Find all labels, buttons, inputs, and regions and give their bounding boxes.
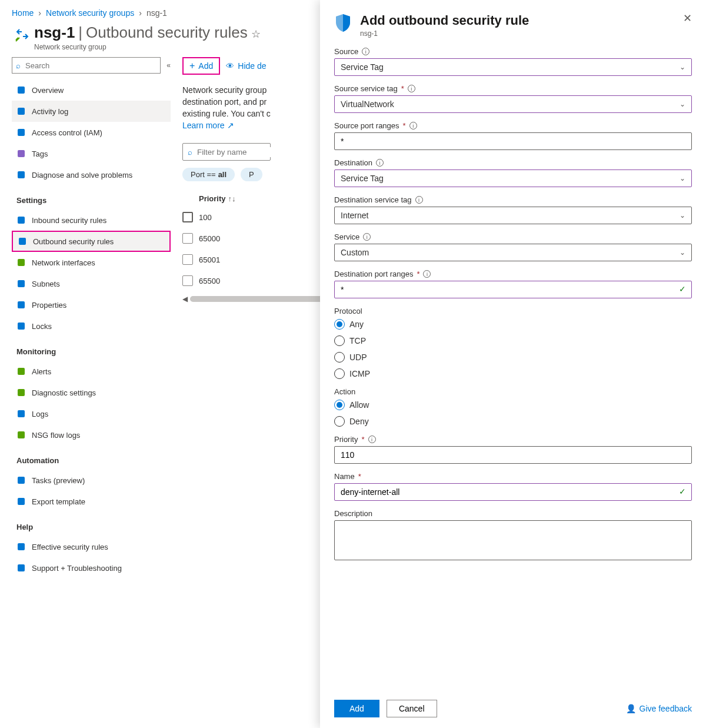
filter-input[interactable] [196,147,298,157]
learn-more-link[interactable]: Learn more ↗ [182,119,234,131]
name-label: Name [334,472,355,481]
sidebar-item-diagnostic-settings[interactable]: Diagnostic settings [12,382,171,403]
svg-rect-13 [18,410,25,417]
protocol-radio-icmp[interactable]: ICMP [334,368,692,379]
sidebar-item-label: Outbound security rules [33,237,114,246]
protocol-radio-any[interactable]: Any [334,319,692,330]
section-settings: Settings [12,185,171,210]
sidebar: ⌕ « OverviewActivity logAccess control (… [12,54,171,579]
sidebar-item-network-interfaces[interactable]: Network interfaces [12,252,171,273]
radio-dot [334,400,345,410]
sidebar-item-properties[interactable]: Properties [12,294,171,315]
col-priority[interactable]: Priority [199,194,226,203]
priority-input[interactable] [334,446,692,464]
svg-rect-5 [18,217,25,224]
sidebar-item-subnets[interactable]: Subnets [12,273,171,294]
close-icon[interactable]: ✕ [683,13,692,24]
sidebar-item-locks[interactable]: Locks [12,315,171,337]
sidebar-item-access-control-iam-[interactable]: Access control (IAM) [12,122,171,143]
sidebar-item-tasks-preview-[interactable]: Tasks (preview) [12,470,171,491]
subnet-icon [16,279,26,288]
source-ports-input[interactable] [334,132,692,150]
checkbox[interactable] [182,275,193,286]
sidebar-item-label: Alerts [32,367,51,376]
add-button[interactable]: + Add [182,57,220,75]
add-label: Add [198,61,213,71]
support-icon [16,563,26,573]
give-feedback-link[interactable]: 👤 Give feedback [626,704,692,713]
alert-icon [16,367,26,376]
person-feedback-icon: 👤 [626,704,636,713]
svg-rect-2 [18,129,25,136]
protocol-radio-udp[interactable]: UDP [334,352,692,363]
panel-add-button[interactable]: Add [334,700,379,717]
cell-priority: 65500 [199,277,220,285]
description-input[interactable] [334,520,692,560]
panel-cancel-button[interactable]: Cancel [387,700,437,717]
sidebar-item-tags[interactable]: Tags [12,143,171,164]
eff-icon [16,542,26,551]
sidebar-item-logs[interactable]: Logs [12,403,171,424]
dest-tag-select[interactable]: Internet⌄ [334,207,692,224]
dest-value: Service Tag [341,174,384,183]
name-input[interactable] [334,483,692,501]
info-icon[interactable]: i [362,48,369,55]
collapse-sidebar-icon[interactable]: « [166,61,171,69]
panel-title: Add outbound security rule [360,13,529,28]
chevron-down-icon: ⌄ [680,174,685,182]
breadcrumb-home[interactable]: Home [12,8,34,18]
info-icon[interactable]: i [368,436,376,443]
breadcrumb-parent[interactable]: Network security groups [46,8,134,18]
title-separator: | [78,24,82,42]
sidebar-item-export-template[interactable]: Export template [12,491,171,512]
info-icon[interactable]: i [423,270,431,278]
svg-rect-17 [18,543,25,550]
favorite-icon[interactable]: ☆ [251,28,261,41]
action-radio-allow[interactable]: Allow [334,400,692,410]
protocol-radio-group: AnyTCPUDPICMP [334,319,692,379]
doc-icon [16,107,26,116]
checkbox[interactable] [182,254,193,265]
action-radio-deny[interactable]: Deny [334,416,692,427]
inbound-icon [16,215,26,225]
filter-pill-port[interactable]: Port == all [182,168,235,181]
sort-icon[interactable]: ↑↓ [228,194,236,203]
info-icon[interactable]: i [409,122,417,129]
sidebar-item-effective-security-rules[interactable]: Effective security rules [12,536,171,557]
info-icon[interactable]: i [376,159,384,167]
info-icon[interactable]: i [415,196,423,204]
sidebar-item-activity-log[interactable]: Activity log [12,101,171,122]
search-input-wrap[interactable]: ⌕ [12,57,161,74]
source-tag-select[interactable]: VirtualNetwork⌄ [334,95,692,113]
sidebar-item-diagnose-and-solve-problems[interactable]: Diagnose and solve problems [12,164,171,185]
info-icon[interactable]: i [363,233,371,241]
checkbox[interactable] [182,233,193,244]
external-icon: ↗ [227,119,234,131]
radio-label: Any [349,320,364,329]
sidebar-item-alerts[interactable]: Alerts [12,361,171,382]
people-icon [16,128,26,137]
svg-rect-9 [18,301,25,308]
scroll-left-icon[interactable]: ◀ [182,295,188,303]
dest-ports-input[interactable] [334,281,692,298]
hide-defaults-button[interactable]: 👁 Hide de [226,61,266,71]
source-select[interactable]: Service Tag⌄ [334,58,692,76]
protocol-radio-tcp[interactable]: TCP [334,335,692,346]
filter-pill-protocol[interactable]: P [241,168,262,181]
sidebar-item-outbound-security-rules[interactable]: Outbound security rules [12,231,171,252]
sidebar-item-inbound-security-rules[interactable]: Inbound security rules [12,210,171,231]
pill-prefix: Port == [191,170,216,179]
sidebar-item-support-troubleshooting[interactable]: Support + Troubleshooting [12,557,171,579]
dest-ports-label: Destination port ranges [334,270,413,278]
sidebar-item-overview[interactable]: Overview [12,79,171,101]
sidebar-item-nsg-flow-logs[interactable]: NSG flow logs [12,424,171,446]
info-icon[interactable]: i [408,85,415,92]
filter-name-input[interactable]: ⌕ [182,143,271,161]
shield-icon [16,85,26,95]
search-input[interactable] [24,61,156,71]
sidebar-item-label: Tasks (preview) [32,476,85,485]
dest-select[interactable]: Service Tag⌄ [334,169,692,187]
service-select[interactable]: Custom⌄ [334,244,692,261]
eye-icon: 👁 [226,61,234,71]
checkbox[interactable] [182,212,193,222]
